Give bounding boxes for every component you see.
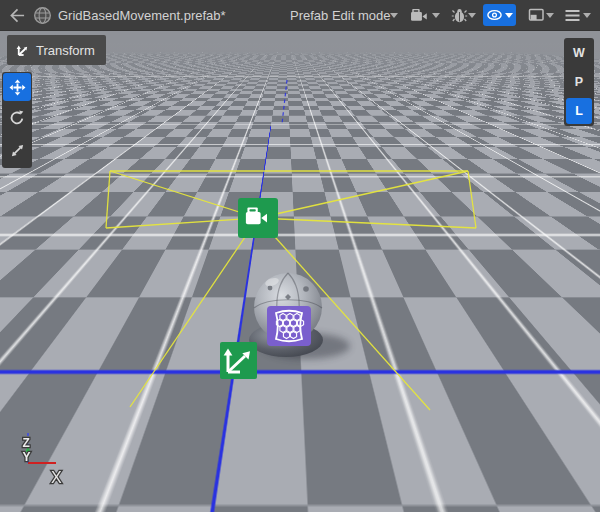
- z-axis-dashed-segment: [282, 80, 287, 124]
- picture-in-picture-icon: [528, 7, 545, 23]
- scene-viewport[interactable]: Z Y X: [0, 30, 600, 512]
- back-button[interactable]: [9, 0, 26, 30]
- move-icon: [9, 79, 26, 96]
- chevron-down-icon: [505, 13, 513, 18]
- view-mode-strip: W P L: [564, 38, 594, 126]
- axis-triad: Z Y X: [23, 433, 63, 486]
- eye-icon: [486, 8, 503, 22]
- gizmo-overlay: Z Y X: [0, 30, 600, 512]
- menu-caret[interactable]: [583, 0, 591, 30]
- debug-caret[interactable]: [468, 0, 476, 30]
- chevron-down-icon: [432, 13, 440, 18]
- camera-settings-button[interactable]: [410, 0, 429, 30]
- topbar: GridBasedMovement.prefab* Prefab Edit mo…: [0, 0, 600, 31]
- transform-arrows-gizmo[interactable]: [220, 342, 257, 379]
- hex-mesh-badge[interactable]: [267, 306, 311, 346]
- debug-button[interactable]: [451, 0, 468, 30]
- prefab-mode-dropdown[interactable]: Prefab Edit mode: [290, 0, 390, 30]
- chevron-down-icon: [390, 13, 398, 18]
- move-tool-button[interactable]: [3, 73, 31, 101]
- prefab-title: GridBasedMovement.prefab*: [58, 8, 226, 23]
- transform-icon: [15, 43, 30, 58]
- view-button-w[interactable]: W: [566, 40, 592, 66]
- rotate-icon: [9, 110, 25, 126]
- triad-z-label: Z: [23, 436, 30, 450]
- globe-icon: [33, 6, 52, 25]
- layout-button[interactable]: [528, 0, 545, 30]
- triad-x-label: X: [51, 469, 62, 486]
- menu-button[interactable]: [565, 0, 580, 30]
- tool-strip: [2, 72, 32, 168]
- rotate-tool-button[interactable]: [4, 105, 30, 131]
- hamburger-icon: [565, 9, 580, 22]
- visibility-button-active[interactable]: [483, 4, 516, 26]
- chevron-down-icon: [546, 13, 554, 18]
- back-arrow-icon: [9, 8, 26, 23]
- prefab-mode-caret[interactable]: [390, 0, 398, 30]
- layout-caret[interactable]: [546, 0, 554, 30]
- camera-gizmo[interactable]: [238, 198, 278, 238]
- chevron-down-icon: [468, 13, 476, 18]
- view-button-l[interactable]: L: [566, 98, 592, 124]
- view-button-p[interactable]: P: [566, 69, 592, 95]
- scale-tool-button[interactable]: [4, 137, 30, 163]
- scale-icon: [10, 143, 25, 158]
- triad-y-label: Y: [23, 450, 31, 464]
- prefab-scene-icon-wrap: [33, 0, 52, 30]
- bug-dropdown-icon: [451, 7, 468, 24]
- prefab-mode-label: Prefab Edit mode: [290, 8, 390, 23]
- prefab-edit-view: { "topbar": { "title": "GridBasedMovemen…: [0, 0, 600, 512]
- transform-gizmo-button[interactable]: Transform: [7, 35, 106, 65]
- chevron-down-icon: [583, 13, 591, 18]
- transform-button-label: Transform: [36, 43, 95, 58]
- camera-dropdown-icon: [410, 7, 429, 23]
- camera-settings-caret[interactable]: [432, 0, 440, 30]
